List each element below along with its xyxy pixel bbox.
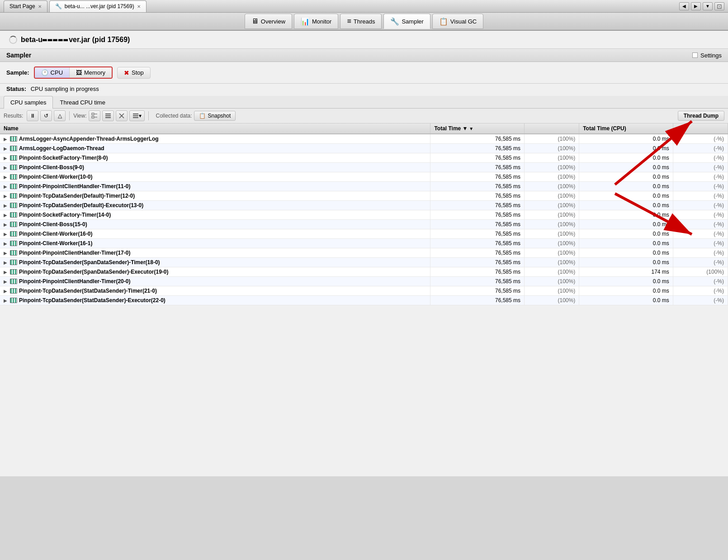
table-row: ▶ Pinpoint-PinpointClientHandler-Timer(2… bbox=[0, 277, 728, 286]
thread-name-7: Pinpoint-TcpDataSender(Default)-Executor… bbox=[19, 202, 143, 209]
nav-tab-sampler[interactable]: 🔧 Sampler bbox=[383, 14, 430, 29]
expand-arrow-12[interactable]: ▶ bbox=[4, 251, 7, 256]
thread-name-8: Pinpoint-SocketFactory-Timer(14-0) bbox=[19, 212, 111, 218]
view-calltree-btn[interactable] bbox=[116, 110, 128, 121]
status-label-text: Status: bbox=[6, 85, 26, 92]
stop-btn[interactable]: ✖ Stop bbox=[117, 67, 151, 79]
nav-menu-btn[interactable]: ▼ bbox=[703, 2, 713, 10]
results-toolbar: Results: ⏸ ↺ △ View: ▾ Collected data: 📋… bbox=[0, 109, 728, 123]
cell-cpupct-9: (-%) bbox=[673, 220, 728, 229]
cell-pct-9: (100%) bbox=[525, 220, 579, 229]
tab-jmx-close[interactable]: ✕ bbox=[137, 4, 141, 9]
cell-name-13: ▶ Pinpoint-TcpDataSender(SpanDataSender)… bbox=[0, 258, 430, 267]
tab-start[interactable]: Start Page ✕ bbox=[4, 0, 47, 12]
nav-forward-btn[interactable]: ▶ bbox=[691, 2, 701, 10]
nav-tab-monitor[interactable]: 📊 Monitor bbox=[294, 14, 338, 29]
cell-cputime-4: 0.0 ms bbox=[579, 172, 673, 182]
expand-arrow-11[interactable]: ▶ bbox=[4, 241, 7, 246]
table-header: Name Total Time ▼ Total Time (CPU) bbox=[0, 123, 728, 134]
cell-time-11: 76,585 ms bbox=[430, 239, 525, 248]
nav-tab-monitor-label: Monitor bbox=[312, 18, 331, 25]
thread-icon-1 bbox=[10, 146, 17, 151]
thread-icon-3 bbox=[10, 165, 17, 170]
expand-arrow-5[interactable]: ▶ bbox=[4, 184, 7, 189]
thread-icon-12 bbox=[10, 250, 17, 256]
refresh-btn[interactable]: ↺ bbox=[40, 110, 52, 121]
thread-icon-17 bbox=[10, 298, 17, 303]
nav-back-btn[interactable]: ◀ bbox=[679, 2, 689, 10]
cell-cpupct-12: (-%) bbox=[673, 248, 728, 258]
cell-name-3: ▶ Pinpoint-Client-Boss(9-0) bbox=[0, 163, 430, 172]
view-tree-btn[interactable] bbox=[89, 110, 100, 121]
stop-icon: ✖ bbox=[124, 69, 129, 76]
expand-arrow-15[interactable]: ▶ bbox=[4, 279, 7, 284]
svg-rect-11 bbox=[133, 117, 138, 118]
thread-name-11: Pinpoint-Client-Worker(16-1) bbox=[19, 240, 92, 247]
col-header-total-time[interactable]: Total Time ▼ bbox=[430, 123, 525, 134]
thread-name-1: ArmsLogger-LogDaemon-Thread bbox=[19, 145, 104, 152]
expand-arrow-0[interactable]: ▶ bbox=[4, 137, 7, 142]
tab-start-close[interactable]: ✕ bbox=[38, 4, 42, 9]
table-row: ▶ Pinpoint-SocketFactory-Timer(14-0) 76,… bbox=[0, 210, 728, 220]
cell-pct-3: (100%) bbox=[525, 163, 579, 172]
cell-pct-0: (100%) bbox=[525, 134, 579, 144]
cell-cpupct-4: (-%) bbox=[673, 172, 728, 182]
cell-cputime-2: 0.0 ms bbox=[579, 153, 673, 163]
threads-icon: ≡ bbox=[347, 17, 351, 25]
expand-arrow-7[interactable]: ▶ bbox=[4, 203, 7, 208]
col-header-cpu-time[interactable]: Total Time (CPU) bbox=[579, 123, 673, 134]
col-header-total-time-pct bbox=[525, 123, 579, 134]
tab-jmx[interactable]: 🔧 beta-u... ...ver.jar (pid 17569) ✕ bbox=[49, 0, 147, 12]
expand-arrow-3[interactable]: ▶ bbox=[4, 165, 7, 170]
nav-tab-overview[interactable]: 🖥 Overview bbox=[245, 14, 292, 29]
pause-btn[interactable]: ⏸ bbox=[27, 110, 38, 121]
expand-arrow-13[interactable]: ▶ bbox=[4, 260, 7, 265]
nav-tab-visualgc[interactable]: 📋 Visual GC bbox=[432, 14, 483, 29]
cell-cpupct-2: (-%) bbox=[673, 153, 728, 163]
window-close-btn[interactable]: ⊡ bbox=[714, 2, 724, 10]
expand-arrow-6[interactable]: ▶ bbox=[4, 194, 7, 199]
cell-cpupct-5: (-%) bbox=[673, 182, 728, 191]
sample-label: Sample: bbox=[6, 69, 29, 76]
cell-name-1: ▶ ArmsLogger-LogDaemon-Thread bbox=[0, 144, 430, 153]
thread-dump-btn[interactable]: Thread Dump bbox=[678, 111, 724, 121]
cell-cputime-15: 0.0 ms bbox=[579, 277, 673, 286]
expand-arrow-16[interactable]: ▶ bbox=[4, 289, 7, 294]
view-label: View: bbox=[73, 113, 86, 119]
filter-btn[interactable]: △ bbox=[54, 110, 66, 121]
svg-rect-1 bbox=[92, 116, 94, 118]
expand-arrow-9[interactable]: ▶ bbox=[4, 222, 7, 227]
cell-cpupct-6: (-%) bbox=[673, 191, 728, 201]
col-header-name[interactable]: Name bbox=[0, 123, 430, 134]
thread-icon-4 bbox=[10, 174, 17, 180]
expand-arrow-1[interactable]: ▶ bbox=[4, 146, 7, 151]
cell-time-8: 76,585 ms bbox=[430, 210, 525, 220]
nav-tab-threads[interactable]: ≡ Threads bbox=[340, 14, 382, 29]
expand-arrow-10[interactable]: ▶ bbox=[4, 232, 7, 237]
thread-name-16: Pinpoint-TcpDataSender(StatDataSender)-T… bbox=[19, 288, 157, 294]
expand-arrow-14[interactable]: ▶ bbox=[4, 270, 7, 275]
thread-name-10: Pinpoint-Client-Worker(16-0) bbox=[19, 231, 92, 237]
cell-cputime-8: 0.0 ms bbox=[579, 210, 673, 220]
view-options-btn[interactable]: ▾ bbox=[129, 110, 145, 121]
thread-name-4: Pinpoint-Client-Worker(10-0) bbox=[19, 174, 92, 180]
settings-checkbox[interactable] bbox=[692, 52, 698, 58]
tab-cpu-samples[interactable]: CPU samples bbox=[4, 96, 53, 109]
table-body: ▶ ArmsLogger-AsyncAppender-Thread-ArmsLo… bbox=[0, 134, 728, 305]
expand-arrow-17[interactable]: ▶ bbox=[4, 298, 7, 303]
snapshot-btn[interactable]: 📋 Snapshot bbox=[194, 111, 236, 121]
snapshot-icon: 📋 bbox=[199, 113, 206, 119]
view-flat-btn[interactable] bbox=[102, 110, 114, 121]
expand-arrow-4[interactable]: ▶ bbox=[4, 175, 7, 180]
table-row: ▶ Pinpoint-TcpDataSender(Default)-Execut… bbox=[0, 201, 728, 210]
table-row: ▶ Pinpoint-PinpointClientHandler-Timer(1… bbox=[0, 182, 728, 191]
expand-arrow-8[interactable]: ▶ bbox=[4, 213, 7, 218]
cell-time-16: 76,585 ms bbox=[430, 286, 525, 296]
thread-icon-2 bbox=[10, 155, 17, 161]
cell-cputime-10: 0.0 ms bbox=[579, 229, 673, 239]
expand-arrow-2[interactable]: ▶ bbox=[4, 156, 7, 161]
memory-sample-btn[interactable]: 🖼 Memory bbox=[70, 67, 112, 78]
tab-thread-cpu-time[interactable]: Thread CPU time bbox=[53, 96, 112, 109]
cell-cputime-11: 0.0 ms bbox=[579, 239, 673, 248]
cpu-sample-btn[interactable]: 🕐 CPU bbox=[35, 67, 70, 78]
